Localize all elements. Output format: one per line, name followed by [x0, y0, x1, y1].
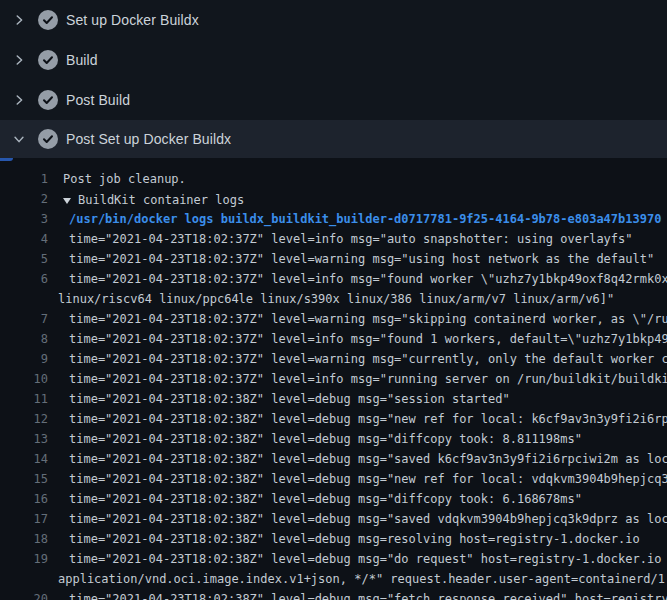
log-line: 4time="2021-04-23T18:02:37Z" level=info … [0, 229, 667, 249]
collapse-triangle-icon [63, 198, 71, 204]
log-line-number[interactable]: 3 [0, 209, 48, 229]
step-header-post-set-up-docker-buildx[interactable]: Post Set up Docker Buildx [0, 120, 667, 158]
log-line: 6time="2021-04-23T18:02:37Z" level=info … [0, 269, 667, 289]
log-viewer: 1Post job cleanup.2BuildKit container lo… [0, 158, 667, 600]
log-line-text: /usr/bin/docker logs buildx_buildkit_bui… [69, 209, 661, 229]
log-line-number[interactable]: 9 [0, 349, 48, 369]
log-text: linux/riscv64 linux/ppc64le linux/s390x … [58, 289, 614, 309]
log-text: BuildKit container logs [78, 190, 244, 209]
log-line: 8time="2021-04-23T18:02:37Z" level=info … [0, 329, 667, 349]
log-text: time="2021-04-23T18:02:38Z" level=debug … [69, 509, 667, 529]
chevron-right-icon [12, 53, 26, 67]
log-line: 14time="2021-04-23T18:02:38Z" level=debu… [0, 449, 667, 469]
log-line-text: time="2021-04-23T18:02:38Z" level=debug … [69, 589, 667, 600]
log-text: time="2021-04-23T18:02:38Z" level=debug … [69, 549, 667, 569]
step-list: Set up Docker BuildxBuildPost BuildPost … [0, 0, 667, 158]
log-line: 2BuildKit container logs [0, 189, 667, 209]
log-line: 13time="2021-04-23T18:02:38Z" level=debu… [0, 429, 667, 449]
log-line-number[interactable]: 18 [0, 529, 48, 549]
log-text: time="2021-04-23T18:02:38Z" level=debug … [69, 529, 640, 549]
log-text: Post job cleanup. [63, 169, 186, 189]
step-header-build[interactable]: Build [0, 40, 667, 80]
log-line-number[interactable]: 8 [0, 329, 48, 349]
log-text: /usr/bin/docker logs buildx_buildkit_bui… [69, 209, 661, 229]
log-text: time="2021-04-23T18:02:37Z" level=warnin… [69, 249, 654, 269]
log-line: 11time="2021-04-23T18:02:38Z" level=debu… [0, 389, 667, 409]
check-circle-icon [38, 10, 58, 30]
log-line-text: time="2021-04-23T18:02:38Z" level=debug … [69, 449, 667, 469]
log-line-text: time="2021-04-23T18:02:38Z" level=debug … [69, 409, 667, 429]
check-circle-icon [38, 129, 58, 149]
log-line: 1Post job cleanup. [0, 169, 667, 189]
log-line-text: time="2021-04-23T18:02:38Z" level=debug … [69, 509, 667, 529]
log-line: 5time="2021-04-23T18:02:37Z" level=warni… [0, 249, 667, 269]
log-line-text: time="2021-04-23T18:02:37Z" level=info m… [69, 229, 633, 249]
chevron-right-icon [12, 93, 26, 107]
log-text: time="2021-04-23T18:02:37Z" level=info m… [69, 269, 667, 289]
log-line-number[interactable]: 19 [0, 549, 48, 569]
log-line-text: time="2021-04-23T18:02:37Z" level=info m… [69, 329, 667, 349]
log-line-text: time="2021-04-23T18:02:38Z" level=debug … [69, 549, 667, 569]
log-line-text: time="2021-04-23T18:02:37Z" level=warnin… [69, 249, 654, 269]
log-line-number[interactable]: 14 [0, 449, 48, 469]
log-line: 7time="2021-04-23T18:02:37Z" level=warni… [0, 309, 667, 329]
log-line-number[interactable]: 13 [0, 429, 48, 449]
step-title: Post Set up Docker Buildx [66, 131, 231, 147]
log-line-text: time="2021-04-23T18:02:37Z" level=warnin… [69, 349, 667, 369]
log-line: 19time="2021-04-23T18:02:38Z" level=debu… [0, 549, 667, 569]
log-line: 16time="2021-04-23T18:02:38Z" level=debu… [0, 489, 667, 509]
log-line-text: time="2021-04-23T18:02:37Z" level=info m… [69, 369, 667, 389]
step-header-post-build[interactable]: Post Build [0, 80, 667, 120]
log-rows: 1Post job cleanup.2BuildKit container lo… [0, 169, 667, 600]
log-text: application/vnd.oci.image.index.v1+json,… [58, 569, 667, 589]
log-line-number[interactable]: 5 [0, 249, 48, 269]
log-line-number[interactable]: 1 [0, 169, 48, 189]
check-circle-icon [38, 50, 58, 70]
log-line-number[interactable]: 20 [0, 589, 48, 600]
log-line-text: time="2021-04-23T18:02:38Z" level=debug … [69, 389, 510, 409]
log-line-number[interactable]: 11 [0, 389, 48, 409]
chevron-right-icon [12, 13, 26, 27]
step-title: Build [66, 52, 98, 68]
check-circle-icon [38, 90, 58, 110]
log-text: time="2021-04-23T18:02:38Z" level=debug … [69, 389, 510, 409]
log-line: 9time="2021-04-23T18:02:37Z" level=warni… [0, 349, 667, 369]
log-line-text: time="2021-04-23T18:02:37Z" level=warnin… [69, 309, 667, 329]
log-line: 18time="2021-04-23T18:02:38Z" level=debu… [0, 529, 667, 549]
log-line-number[interactable]: 10 [0, 369, 48, 389]
log-line-text: time="2021-04-23T18:02:38Z" level=debug … [69, 469, 667, 489]
log-line-text: Post job cleanup. [63, 169, 186, 189]
log-line-number[interactable]: 15 [0, 469, 48, 489]
log-line-text: time="2021-04-23T18:02:37Z" level=info m… [69, 269, 667, 289]
log-line-number[interactable]: 6 [0, 269, 48, 289]
log-text: time="2021-04-23T18:02:38Z" level=debug … [69, 489, 582, 509]
log-text: time="2021-04-23T18:02:37Z" level=warnin… [69, 309, 667, 329]
log-text: time="2021-04-23T18:02:38Z" level=debug … [69, 469, 667, 489]
log-text: time="2021-04-23T18:02:38Z" level=debug … [69, 449, 667, 469]
log-line-number[interactable]: 2 [0, 189, 48, 209]
log-text: time="2021-04-23T18:02:37Z" level=info m… [69, 229, 633, 249]
log-line-number[interactable]: 17 [0, 509, 48, 529]
step-header-set-up-docker-buildx[interactable]: Set up Docker Buildx [0, 0, 667, 40]
log-text: time="2021-04-23T18:02:38Z" level=debug … [69, 589, 667, 600]
step-title: Set up Docker Buildx [66, 12, 199, 28]
step-title: Post Build [66, 92, 130, 108]
log-line-number[interactable]: 16 [0, 489, 48, 509]
log-line-number[interactable]: 4 [0, 229, 48, 249]
log-text: time="2021-04-23T18:02:37Z" level=warnin… [69, 349, 667, 369]
log-text: time="2021-04-23T18:02:38Z" level=debug … [69, 409, 667, 429]
log-text: time="2021-04-23T18:02:37Z" level=info m… [69, 369, 667, 389]
log-text: time="2021-04-23T18:02:38Z" level=debug … [69, 429, 582, 449]
log-line: application/vnd.oci.image.index.v1+json,… [0, 569, 667, 589]
log-line-text: time="2021-04-23T18:02:38Z" level=debug … [69, 489, 582, 509]
log-line: 3/usr/bin/docker logs buildx_buildkit_bu… [0, 209, 667, 229]
log-line-number[interactable]: 7 [0, 309, 48, 329]
log-group-toggle[interactable]: BuildKit container logs [63, 190, 244, 209]
log-line: 12time="2021-04-23T18:02:38Z" level=debu… [0, 409, 667, 429]
log-text: time="2021-04-23T18:02:37Z" level=info m… [69, 329, 667, 349]
focus-accent [0, 158, 13, 161]
log-line-text: time="2021-04-23T18:02:38Z" level=debug … [69, 529, 640, 549]
log-line: 20time="2021-04-23T18:02:38Z" level=debu… [0, 589, 667, 600]
log-line-text: application/vnd.oci.image.index.v1+json,… [58, 569, 667, 589]
log-line-number[interactable]: 12 [0, 409, 48, 429]
